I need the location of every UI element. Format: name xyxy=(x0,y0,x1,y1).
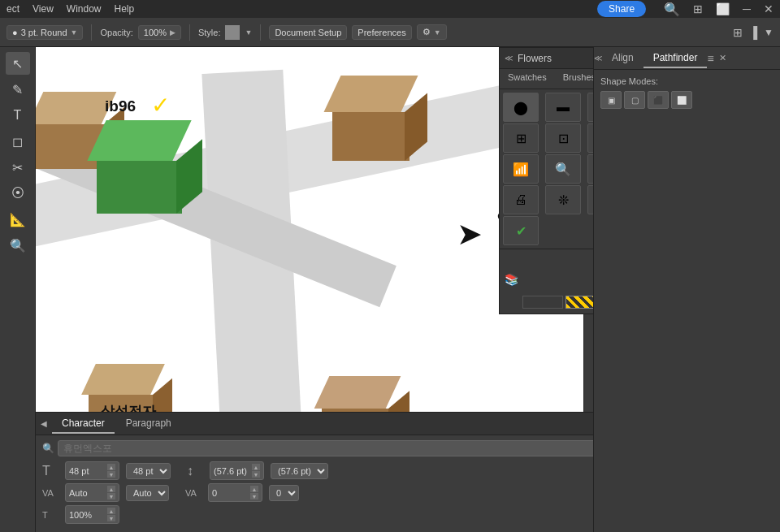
symbol-empty2 xyxy=(587,216,593,245)
tab-swatches[interactable]: Swatches xyxy=(500,69,555,89)
toolbar: ● 3 pt. Round ▼ Opacity: 100% ▶ Style: ▼… xyxy=(0,18,780,47)
kerning-down-btn[interactable]: ▼ xyxy=(250,493,258,500)
symbols-bottom: 📚 ↩ ↪ ↩ ↪ ⊡ xyxy=(500,249,593,314)
library-icon[interactable]: 📚 xyxy=(505,273,518,286)
tracking-input[interactable] xyxy=(69,488,106,498)
preferences-btn[interactable]: Preferences xyxy=(352,25,411,40)
style-arrow[interactable]: ▼ xyxy=(245,28,252,37)
character-panel-content: 🔍 T ▲ ▼ 48 pt ↕ xyxy=(36,435,593,532)
symbol-rose[interactable]: 🌸 xyxy=(587,185,593,214)
select-tool[interactable]: ↖ xyxy=(6,52,30,75)
green-box xyxy=(97,120,182,214)
style-label: Style: xyxy=(198,28,221,37)
symbol-grid2[interactable]: ⊡ xyxy=(545,123,581,153)
symbol-rss[interactable]: 📶 xyxy=(503,154,539,184)
tracking-dropdown[interactable]: Auto xyxy=(126,485,169,501)
kerning-dropdown[interactable]: 0 xyxy=(269,485,299,501)
align-menu-btn[interactable]: ≡ xyxy=(707,52,713,65)
kerning-input[interactable] xyxy=(212,488,249,498)
strip-1 xyxy=(522,296,563,309)
menu-item-view[interactable]: View xyxy=(32,3,54,15)
menu-item-help[interactable]: Help xyxy=(115,3,135,15)
unite-btn[interactable]: ▣ xyxy=(600,91,622,109)
share-button[interactable]: Share xyxy=(597,1,646,17)
line-height-dropdown[interactable]: (57.6 pt) xyxy=(271,463,328,479)
symbol-print[interactable]: 🖨 xyxy=(503,185,539,214)
symbol-star1[interactable]: ★ xyxy=(587,123,593,153)
brush-selector[interactable]: ● 3 pt. Round ▼ xyxy=(6,25,83,40)
panel-arrow[interactable]: ▼ xyxy=(764,27,774,38)
symbol-check[interactable]: ✔ xyxy=(503,216,539,245)
shape-modes-label: Shape Modes: xyxy=(600,76,774,86)
opacity-input[interactable]: 100% ▶ xyxy=(138,25,181,40)
symbol-bar2[interactable]: ▬ xyxy=(587,93,593,122)
panel-icon-1[interactable]: ⊞ xyxy=(733,26,743,39)
symbol-grid[interactable]: ⊞ xyxy=(503,123,539,153)
text-tool[interactable]: T xyxy=(6,104,30,127)
tab-paragraph[interactable]: Paragraph xyxy=(116,414,181,434)
measure-tool[interactable]: 📐 xyxy=(6,208,30,231)
line-height-up-btn[interactable]: ▲ xyxy=(252,464,260,470)
minus-btn[interactable]: ▢ xyxy=(624,91,645,109)
font-size-down-btn[interactable]: ▼ xyxy=(107,471,115,478)
tab-align[interactable]: Align xyxy=(602,49,644,68)
align-close-btn[interactable]: ✕ xyxy=(719,53,726,63)
close-icon[interactable]: ✕ xyxy=(764,2,774,15)
search-icon[interactable]: 🔍 xyxy=(664,2,680,17)
collapse-icon[interactable]: ≪ xyxy=(505,54,513,63)
line-height-down-btn[interactable]: ▼ xyxy=(252,471,260,478)
window-icon[interactable]: ⬜ xyxy=(716,2,730,15)
line-height-input-group: ▲ ▼ xyxy=(210,461,264,480)
tracking-down-btn[interactable]: ▼ xyxy=(107,493,115,500)
tab-character[interactable]: Character xyxy=(52,414,115,434)
canvas-area[interactable]: ib96 ✓ ☛ xyxy=(36,47,593,532)
tab-brushes[interactable]: Brushes xyxy=(555,69,593,89)
menu-item-ect[interactable]: ect xyxy=(6,3,20,15)
exclude-btn[interactable]: ⬜ xyxy=(671,91,692,109)
brush-dropdown-arrow[interactable]: ▼ xyxy=(71,28,78,37)
circle-tool[interactable]: ⦿ xyxy=(6,182,30,205)
pen-tool[interactable]: ✎ xyxy=(6,78,30,101)
brown-box-tr xyxy=(332,76,410,161)
panel-icon-2[interactable]: ▐ xyxy=(749,26,757,39)
strip-2 xyxy=(566,296,593,309)
scale-input[interactable] xyxy=(69,510,106,520)
right-panel: ≪ Align Pathfinder ≡ ✕ Shape Modes: ▣ ▢ … xyxy=(593,47,780,532)
font-search-icon: 🔍 xyxy=(42,443,54,454)
line-height-input[interactable] xyxy=(214,466,250,476)
symbol-flower[interactable]: ❊ xyxy=(545,185,581,214)
font-size-input[interactable] xyxy=(69,466,106,476)
doc-setup-btn[interactable]: Document Setup xyxy=(269,25,347,40)
opacity-expand[interactable]: ▶ xyxy=(170,28,176,37)
tracking-spinner: ▲ ▼ xyxy=(107,486,115,500)
align-collapse-icon[interactable]: ≪ xyxy=(594,54,602,63)
right-arrow-icon: ➤ xyxy=(457,216,483,252)
tab-pathfinder[interactable]: Pathfinder xyxy=(644,49,708,68)
tracking-up-btn[interactable]: ▲ xyxy=(107,486,115,492)
kerning-input-group: ▲ ▼ xyxy=(208,483,262,502)
kerning-up-btn[interactable]: ▲ xyxy=(250,486,258,492)
grid-view-icon[interactable]: ⊞ xyxy=(693,2,703,15)
symbol-bar1[interactable]: ▬ xyxy=(545,93,581,122)
char-collapse-arrow[interactable]: ◀ xyxy=(41,419,47,428)
shape-tool[interactable]: ◻ xyxy=(6,130,30,153)
font-size-spinner: ▲ ▼ xyxy=(107,464,115,478)
font-size-up-btn[interactable]: ▲ xyxy=(107,464,115,470)
options-arrow: ▼ xyxy=(434,28,441,37)
symbol-search[interactable]: 🔍 xyxy=(545,154,581,184)
font-size-dropdown[interactable]: 48 pt xyxy=(126,463,171,479)
extra-options[interactable]: ⚙ ▼ xyxy=(417,24,447,40)
scale-up-btn[interactable]: ▲ xyxy=(107,508,115,514)
zoom-tool[interactable]: 🔍 xyxy=(6,234,30,257)
symbol-card[interactable]: ▬ xyxy=(587,154,593,184)
font-size-label: T xyxy=(42,464,58,478)
font-search-input[interactable] xyxy=(58,440,593,456)
minimize-icon[interactable]: ─ xyxy=(743,2,751,15)
menu-item-window[interactable]: Window xyxy=(67,3,102,15)
scissors-tool[interactable]: ✂ xyxy=(6,156,30,179)
opacity-value: 100% xyxy=(144,28,167,37)
style-swatch[interactable] xyxy=(225,25,240,40)
symbol-globe[interactable]: ⬤ xyxy=(503,93,539,122)
scale-down-btn[interactable]: ▼ xyxy=(107,515,115,521)
intersect-btn[interactable]: ⬛ xyxy=(648,91,669,109)
